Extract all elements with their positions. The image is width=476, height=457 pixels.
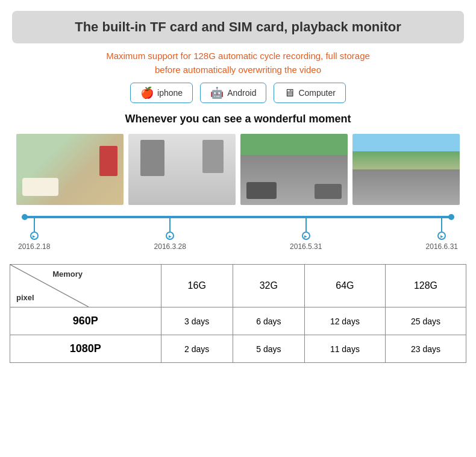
subtitle-line2: before automatically overwriting the vid… [155,65,321,75]
banner-text: The built-in TF card and SIM card, playb… [75,19,401,34]
timeline-date-4: 2016.6.31 [426,242,458,251]
table-cell-0-3: 25 days [385,307,466,335]
storage-table-section: Memory pixel 16G 32G 64G 128G 960P3 days… [10,264,466,363]
timeline-marker-4: 2016.6.31 [426,218,458,251]
table-cell-1-1: 5 days [233,335,304,363]
photo-parking [240,134,348,205]
timeline-date-1: 2016.2.18 [18,242,50,251]
table-cell-1-0: 2 days [161,335,233,363]
subtitle-line1: Maximum support for 128G automatic cycle… [106,51,370,61]
computer-icon: 🖥 [284,87,295,99]
moment-heading: Whenever you can see a wonderful moment [0,113,476,125]
timeline-dot-3 [302,232,310,240]
memory-label: Memory [52,269,83,279]
apple-icon: 🍎 [140,86,154,99]
timeline-stick-1 [34,218,35,232]
timeline-marker-3: 2016.5.31 [290,218,322,251]
timeline-section: 2016.2.18 2016.3.28 2016.5.31 2016.6.31 [18,216,458,251]
platform-buttons: 🍎 iphone 🤖 Android 🖥 Computer [0,83,476,103]
photo-road [352,134,460,205]
header-banner: The built-in TF card and SIM card, playb… [12,11,464,43]
android-icon: 🤖 [210,86,224,99]
subtitle: Maximum support for 128G automatic cycle… [12,49,464,77]
photo-living-room [16,134,124,205]
table-cell-0-0: 3 days [161,307,233,335]
timeline-stick-3 [305,218,307,232]
timeline-marker-1: 2016.2.18 [18,218,50,251]
timeline-dot-2 [166,232,174,240]
android-button[interactable]: 🤖 Android [200,83,266,103]
col-header-128g: 128G [385,265,466,307]
timeline-date-2: 2016.3.28 [154,242,186,251]
timeline-markers: 2016.2.18 2016.3.28 2016.5.31 2016.6.31 [18,218,458,251]
computer-button[interactable]: 🖥 Computer [274,83,345,103]
col-header-32g: 32G [233,265,304,307]
photo-strip [10,134,466,205]
col-header-16g: 16G [161,265,233,307]
android-label: Android [227,88,256,98]
resolution-960P: 960P [10,307,161,335]
iphone-label: iphone [157,88,183,98]
col-header-64g: 64G [304,265,385,307]
timeline-dot-1 [30,232,39,240]
table-cell-0-2: 12 days [304,307,385,335]
pixel-label: pixel [16,293,34,302]
table-cell-1-3: 23 days [385,335,466,363]
timeline-marker-2: 2016.3.28 [154,218,186,251]
iphone-button[interactable]: 🍎 iphone [130,83,193,103]
storage-table: Memory pixel 16G 32G 64G 128G 960P3 days… [10,264,466,363]
table-cell-0-1: 6 days [233,307,304,335]
diagonal-header-cell: Memory pixel [10,265,161,307]
timeline-dot-4 [437,232,446,240]
timeline-date-3: 2016.5.31 [290,242,322,251]
resolution-1080P: 1080P [10,335,161,363]
timeline-stick-2 [169,218,171,232]
computer-label: Computer [298,88,335,98]
timeline-stick-4 [441,218,442,232]
table-cell-1-2: 11 days [304,335,385,363]
photo-store [128,134,236,205]
diagonal-header: Memory pixel [10,265,89,307]
